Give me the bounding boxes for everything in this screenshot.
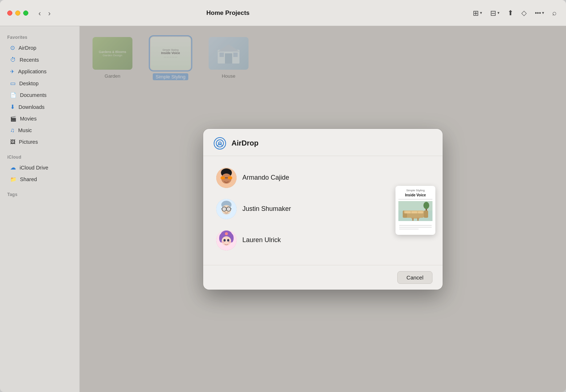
sidebar-item-label: Recents xyxy=(20,57,39,63)
documents-icon: 📄 xyxy=(10,92,16,98)
applications-icon: ✈ xyxy=(10,69,15,74)
nav-buttons: ‹ › xyxy=(36,8,53,19)
more-icon: ••• xyxy=(535,10,541,16)
contact-name-armando: Armando Cajide xyxy=(242,174,289,181)
sidebar-item-recents[interactable]: ⏱ Recents xyxy=(3,54,77,66)
sidebar-item-icloud-drive[interactable]: ☁ iCloud Drive xyxy=(3,162,77,173)
modal-footer: Cancel xyxy=(203,265,443,290)
modal-title: AirDrop xyxy=(231,139,258,147)
sidebar-item-label: Music xyxy=(18,127,32,133)
sidebar-item-label: Applications xyxy=(18,69,46,74)
movies-icon: 🎬 xyxy=(10,116,16,122)
sidebar-item-movies[interactable]: 🎬 Movies xyxy=(3,113,77,124)
preview-text-line1 xyxy=(398,199,432,200)
forward-button[interactable]: › xyxy=(45,8,54,19)
sidebar-item-label: Desktop xyxy=(19,81,38,86)
avatar-lauren xyxy=(216,230,237,250)
sidebar-item-label: AirDrop xyxy=(19,45,36,51)
icloud-drive-icon: ☁ xyxy=(10,164,16,171)
group-icon: ⊟ xyxy=(490,9,496,17)
downloads-icon: ⬇ xyxy=(10,103,15,110)
svg-point-27 xyxy=(223,239,226,241)
svg-point-29 xyxy=(222,241,225,243)
sidebar: Favorites ⊙ AirDrop ⏱ Recents ✈ Applicat… xyxy=(0,26,80,392)
svg-rect-37 xyxy=(405,211,411,213)
maximize-button[interactable] xyxy=(23,11,28,16)
back-icon: ‹ xyxy=(38,9,41,17)
chevron-down-icon3: ▾ xyxy=(542,11,544,15)
contacts-list: Armando Cajide xyxy=(203,159,395,262)
chevron-down-icon: ▾ xyxy=(480,11,482,15)
sidebar-item-label: Movies xyxy=(20,116,37,122)
music-icon: ♫ xyxy=(10,127,15,134)
sidebar-item-airdrop[interactable]: ⊙ AirDrop xyxy=(3,42,77,54)
finder-window: ‹ › Home Projects ⊞ ▾ ⊟ ▾ ⬆ ◇ ••• xyxy=(0,0,566,392)
desktop-icon: ▭ xyxy=(10,80,16,87)
contact-name-lauren: Lauren Ulrick xyxy=(242,236,281,244)
tags-section-title: Tags xyxy=(0,189,79,199)
tag-button[interactable]: ◇ xyxy=(519,7,529,19)
sidebar-item-music[interactable]: ♫ Music xyxy=(3,124,77,136)
preview-main-title: Inside Voice xyxy=(398,193,432,197)
traffic-lights xyxy=(7,11,28,16)
minimize-button[interactable] xyxy=(15,11,20,16)
sidebar-item-label: iCloud Drive xyxy=(20,165,48,171)
sidebar-item-label: Shared xyxy=(20,176,37,182)
cancel-button[interactable]: Cancel xyxy=(397,271,432,284)
svg-rect-12 xyxy=(228,176,232,179)
contact-armando[interactable]: Armando Cajide xyxy=(206,163,393,193)
svg-rect-44 xyxy=(412,218,414,221)
preview-card: Simple Styling Inside Voice xyxy=(395,186,435,234)
avatar-justin xyxy=(216,199,237,219)
svg-point-42 xyxy=(423,202,429,209)
more-button[interactable]: ••• ▾ xyxy=(533,8,546,19)
avatar-armando xyxy=(216,168,237,188)
share-button[interactable]: ⬆ xyxy=(505,7,516,19)
toolbar-actions: ⊞ ▾ ⊟ ▾ ⬆ ◇ ••• ▾ ⌕ xyxy=(471,7,559,20)
chevron-down-icon2: ▾ xyxy=(497,11,500,15)
preview-image xyxy=(398,201,432,221)
sidebar-item-downloads[interactable]: ⬇ Downloads xyxy=(3,101,77,113)
modal-overlay: AirDrop xyxy=(80,26,566,392)
modal-header: AirDrop xyxy=(203,129,443,156)
sidebar-item-shared[interactable]: 📁 Shared xyxy=(3,174,77,185)
svg-rect-45 xyxy=(417,218,419,221)
svg-point-17 xyxy=(222,207,226,211)
sidebar-item-desktop[interactable]: ▭ Desktop xyxy=(3,77,77,89)
pictures-icon: 🖼 xyxy=(10,139,15,145)
contact-name-justin: Justin Shumaker xyxy=(242,205,291,213)
airdrop-modal: AirDrop xyxy=(203,129,443,290)
back-button[interactable]: ‹ xyxy=(36,8,44,19)
view-grid-button[interactable]: ⊞ ▾ xyxy=(471,7,484,20)
icloud-section-title: iCloud xyxy=(0,152,79,161)
grid-icon: ⊞ xyxy=(473,9,479,17)
sidebar-item-applications[interactable]: ✈ Applications xyxy=(3,66,77,77)
airdrop-modal-icon xyxy=(213,137,226,150)
svg-rect-39 xyxy=(418,211,423,213)
forward-icon: › xyxy=(48,9,51,17)
shared-icon: 📁 xyxy=(10,176,16,182)
svg-line-19 xyxy=(221,209,222,209)
svg-point-18 xyxy=(226,207,231,211)
tag-icon: ◇ xyxy=(521,9,527,17)
share-icon: ⬆ xyxy=(508,9,513,17)
sidebar-item-label: Documents xyxy=(20,92,46,98)
titlebar: ‹ › Home Projects ⊞ ▾ ⊟ ▾ ⬆ ◇ ••• xyxy=(0,0,566,26)
contact-justin[interactable]: Justin Shumaker xyxy=(206,194,393,224)
close-button[interactable] xyxy=(7,11,12,16)
preview-subtitle: Simple Styling Inside Voice xyxy=(398,189,432,197)
content-area: Gardens & Blooms Garden Design Garden Si… xyxy=(80,26,566,392)
airdrop-icon: ⊙ xyxy=(10,44,15,51)
svg-point-26 xyxy=(222,236,231,246)
favorites-section-title: Favorites xyxy=(0,32,79,41)
sidebar-item-label: Pictures xyxy=(19,139,38,145)
recents-icon: ⏱ xyxy=(10,57,16,63)
sidebar-item-documents[interactable]: 📄 Documents xyxy=(3,90,77,101)
svg-rect-35 xyxy=(424,211,428,218)
contact-lauren[interactable]: Lauren Ulrick xyxy=(206,225,393,256)
search-button[interactable]: ⌕ xyxy=(550,7,559,19)
sidebar-item-pictures[interactable]: 🖼 Pictures xyxy=(3,136,77,147)
svg-point-30 xyxy=(228,241,231,243)
search-icon: ⌕ xyxy=(552,9,557,17)
group-button[interactable]: ⊟ ▾ xyxy=(488,7,502,20)
